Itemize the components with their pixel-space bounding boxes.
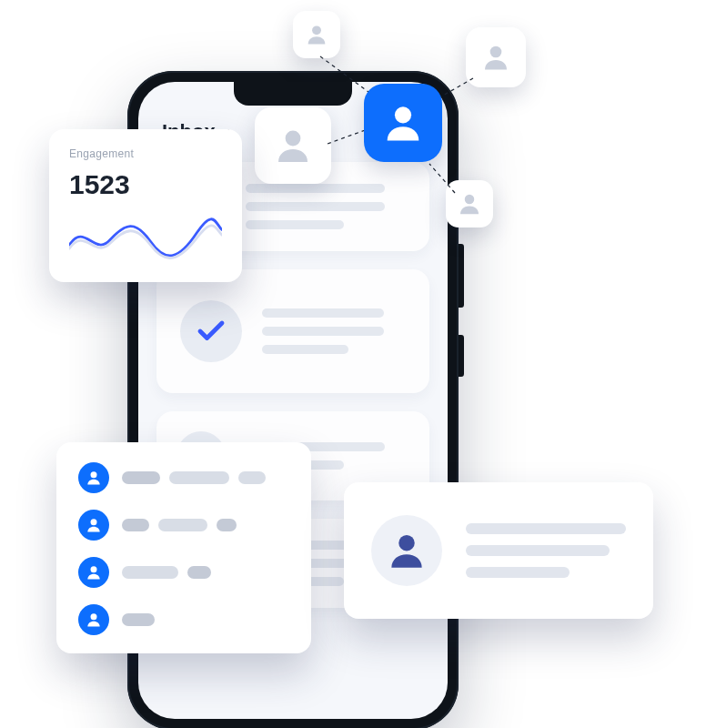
svg-point-9 xyxy=(91,471,97,478)
user-icon xyxy=(456,190,483,217)
contact-text-placeholder xyxy=(122,613,155,626)
engagement-label: Engagement xyxy=(69,147,222,160)
profile-card[interactable] xyxy=(344,482,653,619)
floating-user-card xyxy=(255,107,331,184)
user-icon xyxy=(371,515,442,586)
user-icon xyxy=(78,557,109,588)
contact-text-placeholder xyxy=(122,471,266,484)
svg-point-12 xyxy=(91,613,97,620)
contact-row[interactable] xyxy=(78,557,289,588)
svg-point-13 xyxy=(398,535,415,551)
contact-row[interactable] xyxy=(78,510,289,541)
floating-user-card-accent[interactable] xyxy=(364,84,442,162)
user-icon xyxy=(379,99,427,147)
task-card[interactable] xyxy=(156,269,429,393)
user-icon xyxy=(78,462,109,493)
task-text-placeholder xyxy=(262,308,406,354)
contact-row[interactable] xyxy=(78,604,289,635)
engagement-card[interactable]: Engagement 1523 xyxy=(49,129,242,282)
phone-side-button xyxy=(459,244,464,308)
contact-row[interactable] xyxy=(78,462,289,493)
contact-text-placeholder xyxy=(122,566,211,579)
engagement-value: 1523 xyxy=(69,169,222,200)
profile-text-placeholder xyxy=(466,523,626,578)
floating-user-card xyxy=(293,11,340,58)
phone-side-button xyxy=(459,335,464,377)
floating-user-card xyxy=(446,180,493,228)
svg-point-8 xyxy=(465,195,475,205)
check-icon xyxy=(180,300,242,362)
illustration-stage: Inbox ▼ xyxy=(0,0,716,728)
task-text-placeholder xyxy=(246,184,409,229)
user-icon xyxy=(78,604,109,635)
contact-list-card[interactable] xyxy=(56,442,311,653)
svg-point-4 xyxy=(312,25,321,35)
svg-point-11 xyxy=(91,566,97,572)
contact-text-placeholder xyxy=(122,519,237,531)
user-icon xyxy=(479,41,512,74)
user-icon xyxy=(304,22,329,47)
svg-point-10 xyxy=(91,519,97,525)
floating-user-card xyxy=(466,27,526,87)
svg-point-5 xyxy=(490,46,502,58)
svg-point-6 xyxy=(286,131,301,147)
user-icon xyxy=(78,510,109,541)
engagement-sparkline xyxy=(69,213,222,262)
user-icon xyxy=(271,124,315,167)
svg-point-7 xyxy=(395,106,411,123)
